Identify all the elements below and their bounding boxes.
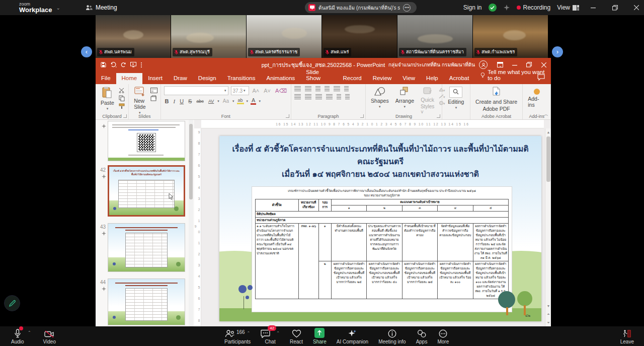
increase-indent-button[interactable] — [325, 86, 330, 91]
justify-button[interactable] — [326, 94, 333, 99]
tab-slide-show[interactable]: Slide Show — [300, 67, 337, 84]
smartart-convert-button[interactable] — [345, 94, 350, 99]
font-name-combobox[interactable]: ▾ — [164, 86, 228, 95]
view-button[interactable]: View — [557, 4, 579, 11]
account-avatar[interactable] — [479, 60, 488, 69]
tab-help[interactable]: Help — [421, 73, 444, 84]
align-left-button[interactable] — [294, 94, 301, 99]
highlight-color-button[interactable]: ab — [237, 98, 244, 104]
slide-thumbnail-44[interactable] — [108, 279, 185, 325]
video-tile[interactable]: สพด.แพร่ — [322, 15, 397, 58]
slide-scrollbar[interactable]: ▲ ▼ ⏶ ⏷ — [545, 128, 551, 326]
security-shield-icon[interactable] — [489, 4, 497, 12]
shared-screen-pill[interactable]: ต้นสนิมี ทองแอ้ม (กรมพัฒนาที่ดิน)'s s ••… — [305, 2, 417, 13]
slide-thumbnail-42-selected[interactable]: เรื่องที่ ๕ ตัวชี้วัดโครงการจำแนกประเภทท… — [108, 165, 185, 217]
chat-button[interactable]: 42 ⌃ Chat — [256, 326, 285, 346]
save-icon[interactable] — [101, 62, 106, 67]
video-tile[interactable]: สพด.นครพนม — [96, 15, 171, 58]
text-shadow-button[interactable]: abc — [195, 99, 205, 104]
more-button[interactable]: More — [432, 326, 454, 346]
font-color-button[interactable]: A — [251, 97, 256, 105]
font-size-combobox[interactable]: 37.3▾ — [231, 86, 249, 95]
sign-in-link[interactable]: Sign in — [463, 4, 482, 11]
columns-button[interactable] — [337, 94, 341, 99]
slide-layout-icon[interactable] — [150, 88, 157, 93]
format-painter-icon[interactable] — [119, 103, 125, 109]
ai-companion-button[interactable]: AI Companion — [332, 326, 373, 346]
workspace-chevron-icon[interactable]: ⌄ — [56, 5, 60, 11]
clear-formatting-button[interactable]: A⌫ — [274, 88, 288, 94]
current-slide-canvas[interactable]: เรื่องที่ ๕ ตัวชี้วัดโครงการจำแนกประเภทท… — [219, 136, 541, 321]
tab-record[interactable]: Record — [338, 73, 367, 84]
bullets-button[interactable] — [294, 86, 301, 91]
previous-slide-button[interactable]: ⏶ — [545, 311, 551, 318]
tab-view[interactable]: View — [397, 73, 421, 84]
shapes-button[interactable]: Shapes ▾ — [369, 86, 391, 109]
participants-button[interactable]: 166 ⌃ Participants — [219, 326, 256, 346]
slide-thumbnail-43[interactable] — [108, 223, 185, 272]
video-button[interactable]: Video — [38, 326, 61, 346]
tab-transitions[interactable]: Transitions — [222, 73, 261, 84]
decrease-indent-button[interactable] — [315, 86, 320, 91]
leave-button[interactable]: Leave — [615, 326, 639, 346]
tab-home[interactable]: Home — [116, 73, 143, 84]
tab-animations[interactable]: Animations — [261, 73, 300, 84]
align-center-button[interactable] — [305, 94, 311, 99]
pill-more-icon[interactable]: ••• — [403, 4, 411, 12]
next-slide-button[interactable]: ⏷ — [545, 319, 551, 326]
character-spacing-button[interactable]: AV — [207, 99, 215, 104]
window-restore-button[interactable] — [607, 0, 622, 15]
scroll-up-icon[interactable]: ▲ — [545, 128, 551, 135]
ai-sparkle-icon[interactable] — [503, 4, 510, 11]
gallery-next-arrow[interactable]: › — [552, 46, 563, 57]
drawing-dialog-launcher[interactable] — [437, 114, 440, 118]
reset-slide-icon[interactable] — [150, 95, 156, 101]
tab-meeting[interactable]: Meeting — [86, 4, 117, 11]
slide-thumbnail-41[interactable] — [108, 121, 185, 161]
numbering-button[interactable] — [305, 86, 311, 91]
addins-button[interactable]: Add-ins — [526, 86, 547, 108]
copy-icon[interactable] — [119, 95, 125, 101]
text-direction-button[interactable] — [344, 86, 349, 91]
redo-icon[interactable] — [121, 62, 126, 67]
bold-button[interactable]: B — [164, 98, 170, 104]
chat-options-chevron[interactable]: ⌃ — [276, 331, 280, 335]
paste-button[interactable]: Paste ▾ — [99, 86, 116, 111]
tab-file[interactable]: File — [96, 73, 116, 84]
share-button[interactable]: Share — [308, 326, 332, 346]
align-right-button[interactable] — [315, 94, 322, 99]
new-slide-button[interactable]: New Slide ▾ — [132, 86, 147, 115]
video-tile[interactable]: สพด.กำแพงเพชร — [473, 15, 548, 58]
italic-button[interactable]: I — [172, 98, 176, 104]
change-case-button[interactable]: Aa — [222, 98, 230, 104]
paragraph-dialog-launcher[interactable] — [360, 114, 364, 118]
gallery-prev-arrow[interactable]: ‹ — [81, 46, 92, 57]
editing-button[interactable]: Editing ▾ — [446, 86, 466, 110]
slide-table-panel[interactable]: เกณฑ์การประเมินผลตามตัวชี้วัดเพื่อประกอบ… — [252, 186, 512, 312]
arrange-button[interactable]: Arrange ▾ — [393, 86, 416, 109]
video-tile[interactable]: สพด.นครศรีธรรมราช — [247, 15, 321, 58]
undo-icon[interactable] — [110, 62, 117, 67]
tab-review[interactable]: Review — [367, 73, 397, 84]
quick-styles-button[interactable]: Quick Styles ˅ — [419, 86, 436, 115]
audio-options-chevron[interactable]: ⌃ — [28, 330, 31, 335]
video-tile[interactable]: สพด.สุพรรณบุรี — [171, 15, 246, 58]
collapse-ribbon-icon[interactable]: ︿ — [544, 111, 548, 118]
tab-insert[interactable]: Insert — [142, 73, 168, 84]
underline-button[interactable]: U — [179, 98, 185, 104]
window-minimize-button[interactable] — [586, 0, 601, 15]
grow-font-button[interactable]: A˄ — [252, 88, 261, 94]
scroll-down-icon[interactable]: ▼ — [545, 302, 551, 309]
video-tile[interactable]: สถานีพัฒนาที่ดินนครราชสีมา — [397, 15, 472, 58]
meeting-info-button[interactable]: Meeting info — [373, 326, 411, 346]
cut-icon[interactable] — [119, 88, 125, 93]
window-close-button[interactable] — [629, 0, 644, 15]
participants-options-chevron[interactable]: ⌃ — [247, 331, 251, 335]
annotation-pencil-button[interactable] — [4, 295, 20, 311]
font-dialog-launcher[interactable] — [286, 114, 289, 118]
create-share-adobe-pdf-button[interactable]: Create and Share Adobe PDF — [473, 86, 519, 112]
clipboard-dialog-launcher[interactable] — [123, 114, 127, 118]
strikethrough-button[interactable]: S — [187, 98, 193, 104]
audio-button[interactable]: Audio ⌃ — [6, 326, 29, 346]
tab-design[interactable]: Design — [193, 73, 222, 84]
